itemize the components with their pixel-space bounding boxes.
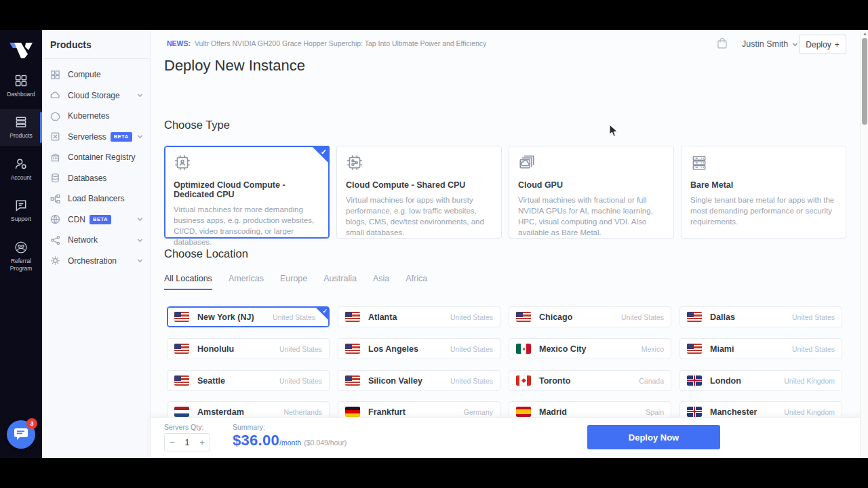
decrement-button[interactable]: − xyxy=(165,437,180,447)
sidebar-item-databases[interactable]: Databases xyxy=(42,168,150,189)
scrollbar-thumb[interactable] xyxy=(862,38,867,125)
user-name: Justin Smith xyxy=(742,39,788,49)
sidebar-item-kubernetes[interactable]: Kubernetes xyxy=(42,106,150,127)
tab-australia[interactable]: Australia xyxy=(323,274,357,290)
location-country: United States xyxy=(279,377,322,385)
location-country: United Kingdom xyxy=(784,377,835,385)
load-balancers-icon xyxy=(50,194,60,204)
increment-button[interactable]: + xyxy=(195,437,210,447)
flag-netherlands-icon xyxy=(174,407,189,417)
sidebar-item-label: Cloud Storage xyxy=(68,91,120,100)
serverless-icon xyxy=(50,131,60,142)
location-card-dallas[interactable]: Dallas United States xyxy=(679,306,842,327)
location-country: Netherlands xyxy=(283,408,322,416)
sidebar-item-compute[interactable]: Compute xyxy=(42,64,150,85)
hourly-price: ($0.049/hour) xyxy=(304,439,347,447)
location-card-new-york[interactable]: New York (NJ) United States ✓ xyxy=(167,306,330,327)
location-card-mexico-city[interactable]: Mexico City Mexico xyxy=(509,338,671,359)
tab-all-locations[interactable]: All Locations xyxy=(164,274,212,290)
primary-sidebar: Dashboard Products Account Support Refer… xyxy=(0,30,42,458)
deploy-header-label: Deploy xyxy=(806,40,831,49)
summary-bar: Servers Qty: − 1 + Summary: $36.00 /mont… xyxy=(151,417,868,458)
location-city: Manchester xyxy=(710,407,757,417)
deploy-header-button[interactable]: Deploy + xyxy=(799,35,846,54)
vultr-logo[interactable] xyxy=(9,41,33,58)
tab-asia[interactable]: Asia xyxy=(373,274,389,290)
location-country: United States xyxy=(792,345,835,353)
location-city: Seattle xyxy=(197,376,225,386)
cloud-gpu-icon xyxy=(518,154,536,171)
location-city: Silicon Valley xyxy=(368,376,422,386)
sidebar-item-referral-program[interactable]: Referral Program xyxy=(0,235,42,279)
location-card-silicon-valley[interactable]: Silicon Valley United States xyxy=(338,370,500,391)
network-icon xyxy=(50,235,60,245)
sidebar-item-label: Referral Program xyxy=(1,258,41,273)
location-card-london[interactable]: London United Kingdom xyxy=(679,370,842,391)
choose-location-heading: Choose Location xyxy=(164,247,248,260)
scrollbar[interactable]: ▲ xyxy=(860,30,868,458)
sidebar-item-label: Load Balancers xyxy=(68,194,124,203)
location-city: Mexico City xyxy=(539,344,586,354)
tab-africa[interactable]: Africa xyxy=(406,274,427,290)
sidebar-item-label: Network xyxy=(68,235,98,245)
news-text: Vultr Offers NVIDIA GH200 Grace Hopper S… xyxy=(195,39,486,47)
sidebar-item-label: Dashboard xyxy=(7,91,35,98)
tab-europe[interactable]: Europe xyxy=(280,274,307,290)
sidebar-item-account[interactable]: Account xyxy=(0,151,42,187)
flag-united-kingdom-icon xyxy=(687,375,702,386)
sidebar-item-load-balancers[interactable]: Load Balancers xyxy=(42,188,150,209)
sidebar-item-network[interactable]: Network xyxy=(42,230,150,251)
location-card-seattle[interactable]: Seattle United States xyxy=(167,370,330,391)
location-card-toronto[interactable]: Toronto Canada xyxy=(509,370,671,391)
chat-support-button[interactable]: 3 xyxy=(7,420,35,449)
sidebar-item-label: CDN xyxy=(68,215,85,224)
products-sidebar: Products Compute Cloud Storage Kubernete… xyxy=(42,30,151,458)
location-country: United Kingdom xyxy=(784,408,835,416)
news-banner[interactable]: NEWS: Vultr Offers NVIDIA GH200 Grace Ho… xyxy=(167,39,486,47)
sidebar-item-products[interactable]: Products xyxy=(0,109,42,145)
servers-qty-label: Servers Qty: xyxy=(164,423,203,431)
location-country: United States xyxy=(273,313,315,321)
sidebar-item-cloud-storage[interactable]: Cloud Storage xyxy=(42,85,150,106)
location-card-atlanta[interactable]: Atlanta United States xyxy=(338,306,500,327)
sidebar-item-container-registry[interactable]: Container Registry xyxy=(42,147,150,168)
user-menu[interactable]: Justin Smith xyxy=(742,39,798,49)
location-city: Atlanta xyxy=(368,312,397,322)
flag-united-kingdom-icon xyxy=(687,407,702,417)
type-card-cloud-gpu[interactable]: Cloud GPU Virtual machines with fraction… xyxy=(509,146,674,239)
location-card-chicago[interactable]: Chicago United States xyxy=(509,306,671,327)
type-card-description: Virtual machines for more demanding busi… xyxy=(174,204,320,247)
location-card-miami[interactable]: Miami United States xyxy=(679,338,842,359)
flag-canada-icon xyxy=(516,375,531,386)
sidebar-item-label: Container Registry xyxy=(68,152,135,162)
chevron-down-icon xyxy=(137,134,143,140)
sidebar-item-orchestration[interactable]: Orchestration xyxy=(42,251,150,272)
flag-united-states-icon xyxy=(516,312,531,322)
sidebar-item-label: Support xyxy=(11,216,31,223)
type-card-bare-metal[interactable]: Bare Metal Single tenant bare metal for … xyxy=(681,146,846,239)
quantity-stepper: − 1 + xyxy=(164,433,210,451)
location-city: Toronto xyxy=(539,376,570,386)
tab-americas[interactable]: Americas xyxy=(229,274,264,290)
flag-mexico-icon xyxy=(516,344,531,354)
check-icon: ✓ xyxy=(321,148,327,157)
flag-united-states-icon xyxy=(687,312,702,322)
sidebar-item-cdn[interactable]: CDN BETA xyxy=(42,209,150,230)
location-card-los-angeles[interactable]: Los Angeles United States xyxy=(338,338,500,359)
sidebar-item-dashboard[interactable]: Dashboard xyxy=(0,68,42,104)
deploy-now-button[interactable]: Deploy Now xyxy=(587,425,720,449)
type-card-cloud-compute[interactable]: Cloud Compute - Shared CPU Virtual machi… xyxy=(336,146,502,239)
type-card-optimized-cloud-compute[interactable]: ✓ Optimized Cloud Compute - Dedicated CP… xyxy=(164,146,330,239)
check-icon: ✓ xyxy=(322,308,328,314)
sidebar-item-serverless[interactable]: Serverless BETA xyxy=(42,127,150,148)
cart-icon[interactable] xyxy=(716,37,728,49)
location-city: Dallas xyxy=(710,312,735,322)
location-country: United States xyxy=(450,345,493,353)
summary-label: Summary: xyxy=(233,423,265,431)
flag-united-states-icon xyxy=(174,375,189,386)
scrollbar-up-arrow[interactable]: ▲ xyxy=(863,31,867,36)
location-card-honolulu[interactable]: Honolulu United States xyxy=(167,338,330,359)
location-city: Frankfurt xyxy=(368,407,406,417)
container-registry-icon xyxy=(50,152,60,163)
sidebar-item-support[interactable]: Support xyxy=(0,192,42,228)
